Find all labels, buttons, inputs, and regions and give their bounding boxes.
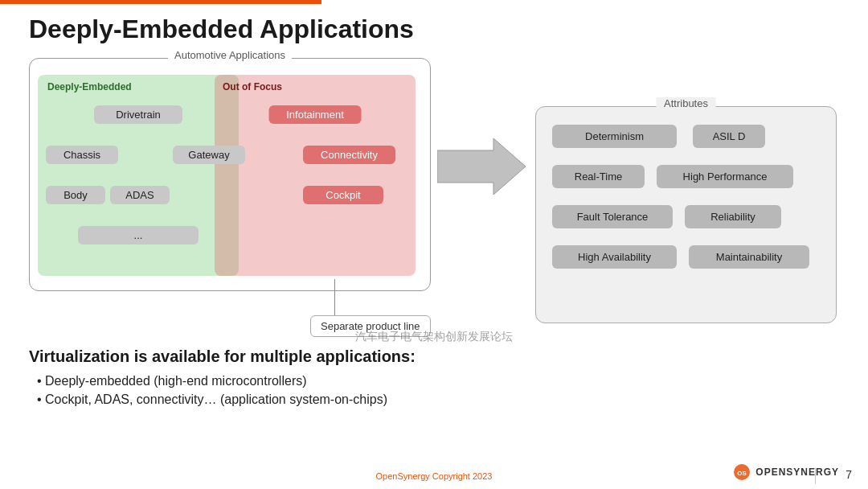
bottom-bullet-1: • Deeply-embedded (high-end microcontrol… (37, 374, 752, 388)
footer-page: 7 (845, 468, 852, 481)
connectivity-pill: Connectivity (303, 146, 395, 164)
determinism-pill: Determinism (552, 125, 677, 148)
footer-separator (815, 468, 816, 484)
reliability-pill: Reliability (685, 205, 781, 228)
attributes-box: Attributes Determinism ASIL D Real-Time … (535, 106, 837, 323)
page-title: Deeply-Embedded Applications (29, 14, 414, 44)
footer-brand-label: OPENSYNERGY (755, 466, 839, 478)
deeply-embedded-label: Deeply-Embedded (47, 81, 132, 92)
real-time-pill: Real-Time (552, 165, 645, 188)
infotainment-pill: Infotainment (269, 105, 362, 124)
body-pill: Body (46, 186, 105, 204)
watermark: 汽车电子电气架构创新发展论坛 (355, 330, 513, 344)
top-bar (0, 0, 321, 4)
bottom-text: Virtualization is available for multiple… (29, 347, 752, 411)
gateway-pill: Gateway (173, 146, 245, 164)
automotive-label: Automotive Applications (168, 49, 292, 61)
out-of-focus-label: Out of Focus (223, 81, 282, 92)
bottom-bullet-2: • Cockpit, ADAS, connectivity… (applicat… (37, 392, 752, 407)
opensynergy-logo-icon: OS (733, 463, 751, 481)
ellipsis-pill: ... (78, 226, 199, 244)
asil-d-pill: ASIL D (693, 125, 765, 148)
diagram-area: Automotive Applications Deeply-Embedded … (29, 58, 543, 331)
deeply-embedded-section: Deeply-Embedded Drivetrain Chassis Body … (38, 75, 239, 276)
out-of-focus-section: Out of Focus Infotainment Connectivity C… (215, 75, 416, 276)
svg-text:OS: OS (738, 470, 747, 477)
high-performance-pill: High Performance (657, 165, 793, 188)
attributes-label: Attributes (656, 97, 716, 109)
maintainability-pill: Maintainability (689, 245, 809, 269)
automotive-box: Automotive Applications Deeply-Embedded … (29, 58, 431, 291)
fault-tolerance-pill: Fault Tolerance (552, 205, 673, 228)
bottom-title: Virtualization is available for multiple… (29, 347, 752, 366)
adas-pill: ADAS (110, 186, 170, 204)
footer-copyright: OpenSynergy Copyright 2023 (376, 471, 493, 481)
callout-line (334, 279, 335, 318)
high-availability-pill: High Availability (552, 245, 677, 269)
cockpit-pill: Cockpit (303, 186, 383, 204)
drivetrain-pill: Drivetrain (94, 105, 182, 124)
footer-brand: OS OPENSYNERGY (733, 463, 839, 481)
arrow (437, 138, 534, 203)
svg-marker-0 (437, 138, 526, 195)
chassis-pill: Chassis (46, 146, 118, 164)
